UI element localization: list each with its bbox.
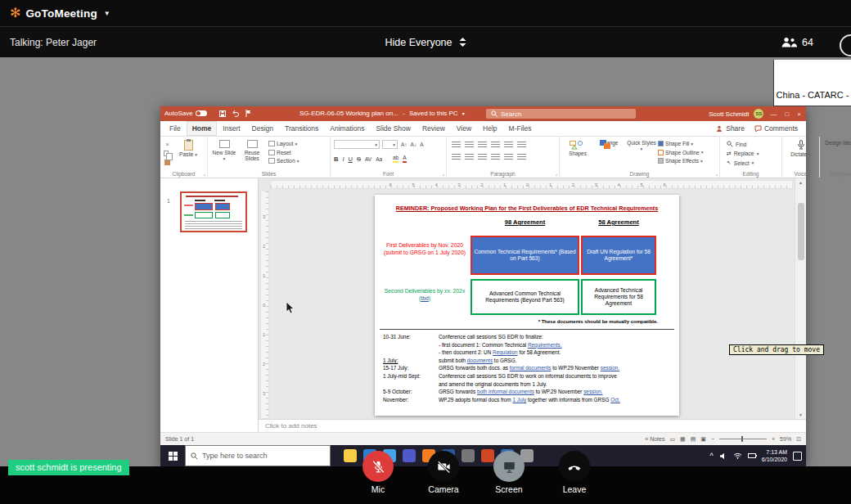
- mic-control[interactable]: Mic: [362, 451, 394, 494]
- hide-everyone-control[interactable]: Hide Everyone: [385, 27, 466, 57]
- indent-decrease-icon[interactable]: [478, 142, 487, 149]
- font-s-button[interactable]: S: [357, 155, 361, 163]
- section-button[interactable]: Section▾: [268, 158, 299, 164]
- taskbar-search-input[interactable]: [202, 452, 317, 460]
- brand-dropdown-caret-icon[interactable]: ▼: [104, 10, 110, 17]
- font-color-icon[interactable]: A: [403, 154, 406, 163]
- zoom-slider[interactable]: [719, 439, 767, 439]
- leave-button[interactable]: [559, 451, 590, 482]
- cut-icon[interactable]: ×: [165, 142, 169, 147]
- advanced-58-requirements-box[interactable]: Advanced Technical Requirements for 58 A…: [581, 279, 656, 315]
- clipboard-dialog-launcher-icon[interactable]: ⌟: [203, 171, 205, 176]
- numbering-icon[interactable]: [465, 142, 474, 149]
- scrollbar-thumb[interactable]: [798, 203, 804, 260]
- justify-icon[interactable]: [491, 154, 500, 161]
- wifi-icon[interactable]: [733, 452, 742, 459]
- shapes-button[interactable]: Shapes: [563, 140, 592, 157]
- tab-animations[interactable]: Animations: [324, 121, 370, 136]
- scroll-up-icon[interactable]: ▲: [795, 180, 806, 185]
- tab-review[interactable]: Review: [416, 121, 451, 136]
- align-center-icon[interactable]: [465, 154, 474, 161]
- arrange-button[interactable]: Arrange: [594, 140, 624, 146]
- common-technical-requirements-box[interactable]: Common Technical Requirements* (Based on…: [471, 236, 579, 275]
- format-painter-icon[interactable]: [164, 160, 170, 165]
- font-size-select[interactable]: ▾: [382, 140, 398, 149]
- reuse-slides-button[interactable]: Reuse Slides: [239, 140, 265, 162]
- tab-home[interactable]: Home: [187, 121, 218, 136]
- camera-control[interactable]: Camera: [428, 451, 459, 494]
- slide-1-thumbnail[interactable]: [180, 191, 247, 232]
- smartart-icon[interactable]: [517, 154, 526, 161]
- slideshow-icon[interactable]: ▣: [700, 436, 706, 443]
- shrink-font-icon[interactable]: A↓: [411, 142, 417, 147]
- tbd-link[interactable]: tbd: [421, 295, 428, 301]
- shape-outline-button[interactable]: Shape Outline▾: [658, 150, 704, 155]
- font-b-button[interactable]: B: [334, 155, 338, 163]
- leave-control[interactable]: Leave: [559, 451, 590, 494]
- paste-button[interactable]: Paste ▾: [175, 140, 201, 158]
- notes-pane[interactable]: Click to add notes: [259, 419, 806, 432]
- normal-view-icon[interactable]: ▭: [669, 436, 675, 443]
- font-av-button[interactable]: AV: [365, 156, 371, 162]
- font-aa-button[interactable]: Aa: [376, 156, 382, 162]
- tab-view[interactable]: View: [451, 121, 477, 136]
- indent-increase-icon[interactable]: [491, 142, 500, 149]
- first-deliverables-label[interactable]: First Deliverables by Nov. 2020 (submit …: [381, 242, 468, 257]
- tab-slide-show[interactable]: Slide Show: [370, 121, 416, 136]
- design-ideas-button[interactable]: Design Ideas: [823, 140, 851, 146]
- column-header-58-agreement[interactable]: 58 Agreement: [581, 218, 656, 226]
- font-name-select[interactable]: ▾: [334, 140, 380, 149]
- dictate-button[interactable]: Dictate ▾: [784, 140, 818, 158]
- participants-control[interactable]: 64: [781, 27, 813, 57]
- shape-fill-button[interactable]: Shape Fill▾: [658, 141, 704, 146]
- vertical-ruler[interactable]: 3210123: [260, 191, 269, 419]
- comments-button[interactable]: Comments: [754, 124, 798, 133]
- notes-toggle[interactable]: ≡Notes: [645, 436, 664, 442]
- scroll-down-icon[interactable]: ▼: [795, 412, 806, 417]
- gtm-brand-menu[interactable]: GoToMeeting: [25, 7, 97, 20]
- find-button[interactable]: Find: [727, 141, 759, 147]
- second-deliverables-label[interactable]: Second Deliverables by xx. 202x (tbd): [381, 288, 468, 303]
- align-right-icon[interactable]: [478, 154, 487, 161]
- camera-button[interactable]: [428, 451, 459, 482]
- reading-view-icon[interactable]: ▤: [691, 436, 696, 443]
- action-center-icon[interactable]: [793, 452, 802, 461]
- saved-status[interactable]: Saved to this PC: [409, 110, 458, 117]
- zoom-out-icon[interactable]: −: [711, 436, 714, 442]
- bullets-icon[interactable]: [452, 142, 461, 149]
- title-caret-icon[interactable]: ▾: [462, 111, 465, 116]
- slide-editing-area[interactable]: REMINDER: Proposed Working Plan for the …: [375, 195, 679, 416]
- tab-transitions[interactable]: Transitions: [279, 121, 324, 136]
- tab-design[interactable]: Design: [246, 121, 279, 136]
- timeline-text-box[interactable]: 10-31 June:Conference call sessions SG E…: [383, 333, 676, 403]
- minimize-button[interactable]: —: [768, 110, 778, 118]
- tab-file[interactable]: File: [164, 121, 187, 136]
- font-dialog-launcher-icon[interactable]: ⌟: [442, 171, 444, 176]
- font-i-button[interactable]: I: [342, 155, 344, 163]
- pin-icon[interactable]: [245, 110, 251, 117]
- volume-icon[interactable]: [719, 452, 727, 460]
- line-spacing-icon[interactable]: [504, 142, 513, 149]
- slide-title[interactable]: REMINDER: Proposed Working Plan for the …: [378, 205, 676, 212]
- autosave-toggle[interactable]: AutoSave: [164, 110, 207, 117]
- advanced-common-requirements-box[interactable]: Advanced Common Technical Requirements (…: [471, 279, 579, 315]
- layout-button[interactable]: Layout▾: [268, 141, 299, 146]
- taskbar-search[interactable]: [185, 445, 331, 466]
- zoom-in-icon[interactable]: +: [772, 436, 775, 442]
- align-left-icon[interactable]: [452, 154, 461, 161]
- replace-button[interactable]: ⇄Replace▾: [727, 151, 759, 157]
- new-slide-button[interactable]: New Slide ▾: [211, 140, 237, 162]
- fit-to-window-icon[interactable]: ⊡: [796, 436, 801, 443]
- shape-effects-button[interactable]: Shape Effects▾: [658, 158, 704, 164]
- save-icon[interactable]: [219, 110, 226, 117]
- grow-font-icon[interactable]: A↑: [401, 142, 407, 147]
- vertical-scrollbar[interactable]: ▲ ▼: [795, 178, 806, 419]
- taskbar-app-file-explorer[interactable]: [344, 449, 357, 462]
- share-button[interactable]: Share: [716, 124, 745, 133]
- avatar[interactable]: SS: [754, 109, 763, 119]
- reset-button[interactable]: Reset: [268, 150, 299, 155]
- undo-icon[interactable]: [232, 110, 240, 117]
- tab-help[interactable]: Help: [477, 121, 502, 136]
- font-u-button[interactable]: U: [349, 155, 353, 163]
- horizontal-ruler[interactable]: 6543210123456: [270, 180, 793, 189]
